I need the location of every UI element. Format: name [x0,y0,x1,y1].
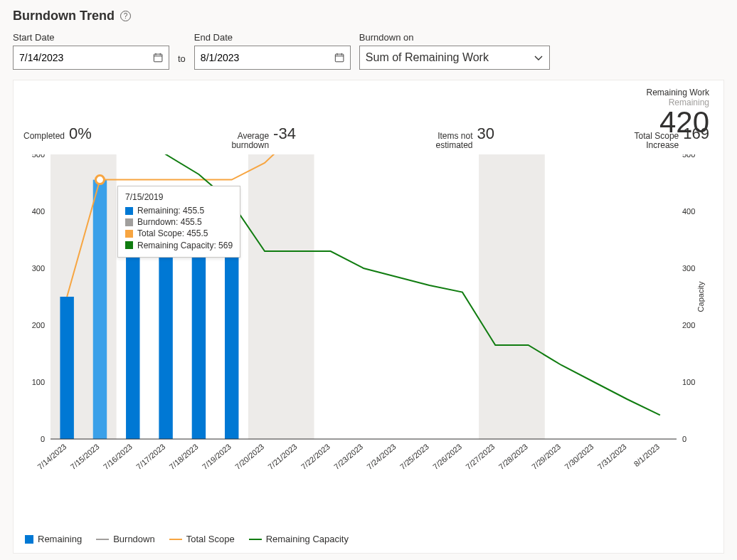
svg-text:500: 500 [32,154,45,159]
svg-text:7/18/2023: 7/18/2023 [168,442,200,471]
help-icon[interactable]: ? [120,11,131,21]
svg-text:100: 100 [682,378,695,386]
metric-notest-value: 30 [477,125,494,143]
legend-burndown[interactable]: Burndown [96,534,155,544]
svg-text:400: 400 [32,207,45,216]
burndown-on-select[interactable]: Sum of Remaining Work [359,46,550,70]
svg-point-30 [95,176,104,184]
end-date-input[interactable] [194,46,351,70]
metric-completed-label: Completed [23,132,65,141]
chart-card: Remaining Work Remaining 420 Completed 0… [13,80,724,554]
svg-text:100: 100 [32,378,45,386]
chevron-down-icon [534,53,544,63]
svg-text:7/20/2023: 7/20/2023 [233,442,265,471]
chart-legend: Remaining Burndown Total Scope Remaining… [25,534,349,544]
svg-text:200: 200 [682,321,695,329]
svg-text:7/23/2023: 7/23/2023 [332,442,364,471]
svg-text:7/30/2023: 7/30/2023 [563,442,595,471]
metric-avg-label: Average burndown [231,132,269,150]
svg-text:7/24/2023: 7/24/2023 [365,442,397,471]
svg-rect-0 [154,54,162,62]
svg-rect-24 [60,297,73,439]
metrics-row: Completed 0% Average burndown -34 Items … [23,125,709,150]
page-title: Burndown Trend [13,9,115,23]
legend-remaining[interactable]: Remaining [25,534,82,544]
svg-text:7/15/2023: 7/15/2023 [69,442,101,471]
svg-text:8/1/2023: 8/1/2023 [632,442,662,468]
tooltip-totalscope: Total Scope: 455.5 [137,228,208,239]
metric-completed-value: 0% [69,125,92,143]
svg-text:7/27/2023: 7/27/2023 [464,442,496,471]
svg-text:0: 0 [41,435,45,443]
svg-text:300: 300 [32,264,45,273]
to-label: to [178,53,186,70]
start-date-input[interactable] [13,46,169,70]
svg-rect-25 [93,180,107,439]
svg-text:7/17/2023: 7/17/2023 [134,442,166,471]
svg-text:7/29/2023: 7/29/2023 [530,442,562,471]
chart-tooltip: 7/15/2019 Remaining: 455.5 Burndown: 455… [117,186,240,258]
burndown-on-value: Sum of Remaining Work [366,51,489,64]
svg-rect-4 [335,54,344,62]
svg-text:0: 0 [682,435,686,443]
metric-scopeinc-value: 169 [683,125,709,143]
svg-text:7/26/2023: 7/26/2023 [431,442,463,471]
metric-avg-value: -34 [273,125,296,143]
svg-text:500: 500 [682,154,695,159]
svg-rect-9 [248,154,314,439]
svg-text:7/31/2023: 7/31/2023 [596,442,628,471]
svg-text:7/14/2023: 7/14/2023 [36,442,68,471]
svg-text:7/19/2023: 7/19/2023 [201,442,233,471]
calendar-icon [334,52,344,63]
tooltip-remcap: Remaining Capacity: 569 [137,240,233,251]
start-date-label: Start Date [13,32,169,43]
svg-text:300: 300 [682,264,695,273]
svg-text:7/25/2023: 7/25/2023 [398,442,430,471]
svg-text:400: 400 [682,207,695,216]
svg-text:7/21/2023: 7/21/2023 [266,442,298,471]
svg-text:200: 200 [32,321,45,329]
svg-text:Capacity: Capacity [696,281,705,312]
calendar-icon [153,52,163,63]
remaining-work-label: Remaining Work [647,88,709,97]
burndown-on-label: Burndown on [359,32,550,43]
legend-totalscope[interactable]: Total Scope [169,534,235,544]
tooltip-burndown: Burndown: 455.5 [137,216,202,228]
end-date-label: End Date [194,32,351,43]
tooltip-date: 7/15/2019 [125,192,233,202]
svg-text:7/16/2023: 7/16/2023 [102,442,134,471]
end-date-value[interactable] [201,52,329,63]
svg-rect-10 [479,154,545,439]
svg-text:7/22/2023: 7/22/2023 [299,442,332,471]
controls-row: Start Date to End Date Burndown on Sum o… [0,26,737,80]
svg-text:7/28/2023: 7/28/2023 [497,442,529,471]
metric-notest-label: Items not estimated [435,132,472,150]
metric-scopeinc-label: Total Scope Increase [635,132,679,150]
start-date-value[interactable] [19,52,147,63]
tooltip-remaining: Remaining: 455.5 [137,205,204,216]
legend-remcap[interactable]: Remaining Capacity [249,534,349,544]
